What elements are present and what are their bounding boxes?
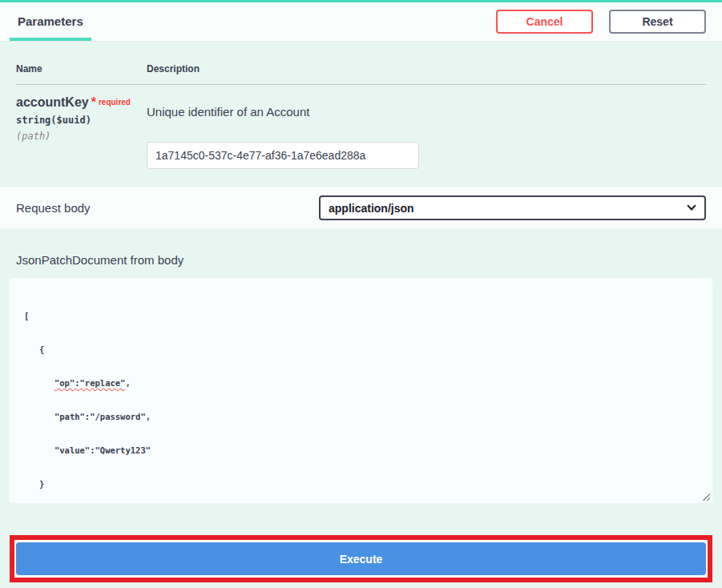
body-param-label: JsonPatchDocument from body (16, 253, 706, 267)
request-body-section: JsonPatchDocument from body [ { "op":"re… (0, 229, 722, 588)
parameter-location: (path) (16, 131, 147, 142)
name-column-header: Name (16, 63, 147, 75)
code-line: "op":"replace", (24, 377, 706, 389)
account-key-input[interactable] (147, 142, 419, 169)
code-line: } (24, 478, 706, 489)
parameter-row: accountKey*required string($uuid) (path)… (16, 85, 706, 169)
header-buttons: Cancel Reset (496, 2, 706, 41)
code-line: "path":"/password", (24, 411, 706, 422)
textarea-resize-handle[interactable] (701, 492, 710, 501)
request-body-header-row: Request body application/json (0, 187, 722, 229)
parameters-table-head: Name Description (16, 63, 706, 85)
parameters-header: Parameters Cancel Reset (0, 2, 722, 42)
parameter-description: Unique identifier of an Account (147, 105, 706, 119)
required-label: required (99, 98, 131, 107)
cancel-button[interactable]: Cancel (496, 10, 593, 34)
parameter-name: accountKey*required (16, 95, 147, 110)
content-type-select[interactable]: application/json (319, 195, 706, 220)
code-line: [ (24, 310, 706, 321)
parameter-name-cell: accountKey*required string($uuid) (path) (16, 95, 147, 169)
red-highlight-annotation: Execute (10, 535, 712, 582)
body-param-textarea[interactable]: [ { "op":"replace", "path":"/password", … (10, 278, 712, 503)
code-line: "value":"Qwerty123" (24, 445, 706, 456)
description-column-header: Description (147, 63, 706, 75)
execute-button[interactable]: Execute (16, 542, 706, 575)
swagger-operation-panel: Parameters Cancel Reset Name Description… (0, 0, 722, 588)
reset-button[interactable]: Reset (609, 10, 706, 34)
required-asterisk: * (91, 95, 96, 109)
spellcheck-underlined-text: "op":"replace" (54, 378, 126, 388)
code-line: { (24, 344, 706, 355)
content-type-select-wrap: application/json (319, 195, 706, 220)
parameter-type: string($uuid) (16, 115, 147, 126)
parameter-description-cell: Unique identifier of an Account (147, 95, 706, 169)
parameters-section: Name Description accountKey*required str… (0, 42, 722, 187)
tab-parameters[interactable]: Parameters (10, 2, 91, 41)
request-body-label: Request body (16, 201, 91, 215)
